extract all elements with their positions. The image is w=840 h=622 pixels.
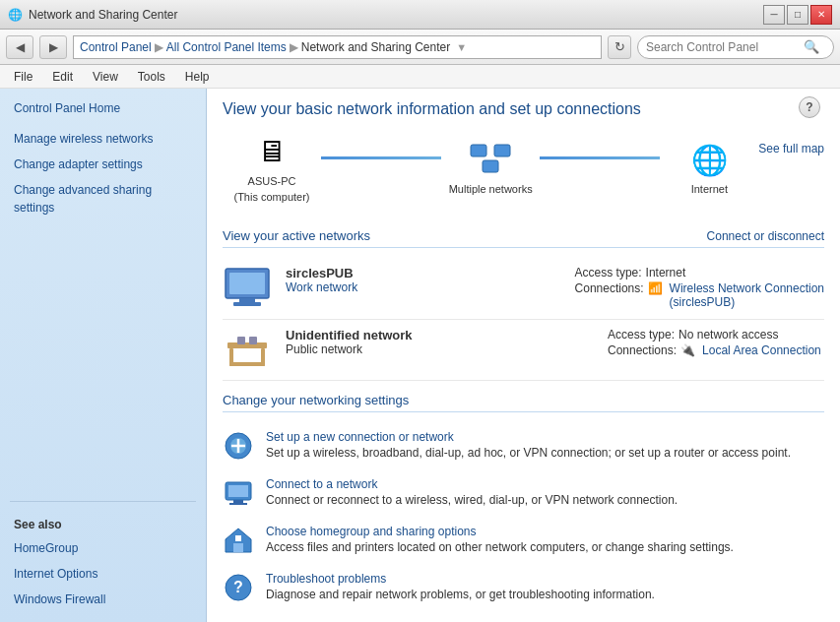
computer-label: ASUS-PC [248,175,296,187]
connect-network-text: Connect to a network Connect or reconnec… [266,477,678,507]
search-icon: 🔍 [804,39,819,54]
menu-help[interactable]: Help [177,68,218,86]
restore-button[interactable]: □ [787,5,808,25]
sircles-connections-label: Connections: [575,281,644,309]
title-bar-controls: ─ □ ✕ [763,5,832,25]
svg-rect-5 [239,298,255,302]
computer-icon: 🖥 [247,132,296,171]
title-bar: 🌐 Network and Sharing Center ─ □ ✕ [0,0,840,30]
app-icon: 🌐 [8,8,23,22]
connect-network-icon [223,477,254,509]
unidentified-type[interactable]: Public network [286,342,594,356]
homegroup-text: Choose homegroup and sharing options Acc… [266,525,734,554]
breadcrumb-control-panel[interactable]: Control Panel [80,40,152,54]
svg-rect-7 [227,342,267,348]
local-area-connection-link[interactable]: Local Area Connection [702,343,821,357]
sidebar-control-panel-home[interactable]: Control Panel Home [0,98,206,118]
sidebar-homegroup[interactable]: HomeGroup [0,535,206,561]
net-node-multiple: Multiple networks [441,140,540,195]
refresh-button[interactable]: ↻ [608,35,631,59]
new-connection-link[interactable]: Set up a new connection or network [266,430,791,444]
troubleshoot-icon: ? [223,572,254,603]
sircles-details: Access type: Internet Connections: 📶 Wir… [575,266,824,311]
wireless-connection-link[interactable]: Wireless Network Connection(sirclesPUB) [670,281,824,309]
unidentified-name: Unidentified network [286,328,594,342]
internet-icon: 🌐 [684,140,734,179]
forward-button[interactable]: ▶ [39,35,67,59]
breadcrumb: Control Panel ▶ All Control Panel Items … [73,35,602,59]
network-row-unidentified: Unidentified network Public network Acce… [223,320,824,381]
homegroup-desc: Access files and printers located on oth… [266,540,734,554]
sidebar-manage-wireless[interactable]: Manage wireless networks [0,126,206,152]
sircles-access-value: Internet [646,266,686,280]
network-line-2 [540,156,660,159]
sircles-type[interactable]: Work network [286,280,561,294]
svg-rect-21 [233,543,243,552]
page-title: View your basic network information and … [223,100,824,118]
network-line-1 [321,156,441,159]
active-networks-title: View your active networks [223,228,370,243]
help-button[interactable]: ? [799,96,820,118]
sircles-access-row: Access type: Internet [575,266,824,280]
breadcrumb-dropdown-icon[interactable]: ▼ [456,41,467,53]
multiple-networks-icon [466,140,515,179]
sidebar-advanced-sharing[interactable]: Change advanced sharing settings [0,177,206,220]
settings-title: Change your networking settings [223,393,409,407]
unidentified-access-label: Access type: [608,328,675,342]
svg-rect-11 [237,337,245,344]
svg-rect-2 [483,160,498,172]
network-diagram: 🖥 ASUS-PC (This computer) Multiple netwo… [223,132,824,213]
title-bar-left: 🌐 Network and Sharing Center [8,8,177,22]
unidentified-access-row: Access type: No network access [608,328,824,342]
see-full-map-link[interactable]: See full map [758,132,824,156]
unidentified-network-icon [223,328,272,372]
net-node-internet: 🌐 Internet [660,140,758,195]
sidebar-windows-firewall[interactable]: Windows Firewall [0,587,206,612]
connect-network-link[interactable]: Connect to a network [266,477,678,491]
connect-disconnect-link[interactable]: Connect or disconnect [707,229,824,243]
troubleshoot-desc: Diagnose and repair network problems, or… [266,588,655,601]
new-connection-text: Set up a new connection or network Set u… [266,430,791,460]
breadcrumb-all-items[interactable]: All Control Panel Items [166,40,287,54]
sidebar-change-adapter[interactable]: Change adapter settings [0,152,206,177]
settings-homegroup: Choose homegroup and sharing options Acc… [223,517,824,564]
net-node-computer: 🖥 ASUS-PC (This computer) [223,132,321,203]
breadcrumb-current: Network and Sharing Center [301,40,450,54]
unidentified-connections-row: Connections: 🔌 Local Area Connection [608,343,824,357]
search-input[interactable] [646,40,804,54]
connect-network-desc: Connect or reconnect to a wireless, wire… [266,493,678,507]
homegroup-link[interactable]: Choose homegroup and sharing options [266,525,734,538]
sircles-name: sirclesPUB [286,266,561,280]
svg-rect-12 [249,337,257,344]
svg-rect-6 [233,302,261,306]
close-button[interactable]: ✕ [810,5,832,25]
sircles-network-icon [223,266,272,310]
settings-new-connection: Set up a new connection or network Set u… [223,422,824,469]
settings-header: Change your networking settings [223,393,824,412]
menu-file[interactable]: File [6,68,40,86]
main-layout: Control Panel Home Manage wireless netwo… [0,89,840,622]
unidentified-access-value: No network access [678,328,778,342]
network-row-sircles: sirclesPUB Work network Access type: Int… [223,258,824,320]
unidentified-details: Access type: No network access Connectio… [608,328,824,359]
breadcrumb-sep-1: ▶ [155,40,163,54]
unidentified-connections-label: Connections: [608,343,677,357]
content: ? View your basic network information an… [207,89,840,622]
internet-label: Internet [691,183,728,195]
unidentified-info: Unidentified network Public network [286,328,594,356]
minimize-button[interactable]: ─ [763,5,785,25]
troubleshoot-link[interactable]: Troubleshoot problems [266,572,655,586]
svg-rect-22 [235,535,241,541]
menu-view[interactable]: View [85,68,126,86]
menu-tools[interactable]: Tools [130,68,173,86]
settings-troubleshoot: ? Troubleshoot problems Diagnose and rep… [223,564,824,611]
menu-edit[interactable]: Edit [44,68,81,86]
sidebar-internet-options[interactable]: Internet Options [0,561,206,587]
back-button[interactable]: ◀ [6,35,33,59]
svg-rect-20 [229,503,247,505]
window-title: Network and Sharing Center [29,8,177,22]
breadcrumb-sep-2: ▶ [290,40,298,54]
search-bar[interactable]: 🔍 [637,35,834,59]
ethernet-icon: 🔌 [680,343,695,357]
sircles-info: sirclesPUB Work network [286,266,561,294]
